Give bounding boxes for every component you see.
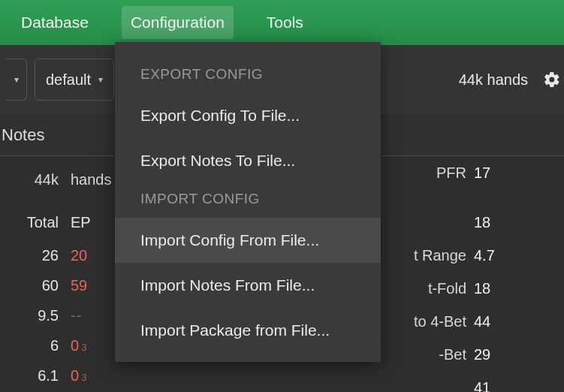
menu-database[interactable]: Database bbox=[12, 6, 98, 39]
menu-export-notes[interactable]: Export Notes To File... bbox=[115, 138, 381, 183]
stat-value: 29 bbox=[474, 346, 504, 363]
stat-value: 18 bbox=[474, 280, 504, 297]
hands-count-value: 44k bbox=[20, 171, 59, 188]
stat-row: t Range 4.7 bbox=[376, 239, 564, 272]
cell-total: 9.5 bbox=[20, 307, 59, 324]
table-row: 9.5 -- bbox=[20, 300, 120, 330]
stat-label: PFR bbox=[376, 164, 474, 182]
cell-ep: 59 bbox=[71, 277, 104, 294]
menu-import-notes[interactable]: Import Notes From File... bbox=[115, 263, 381, 308]
stat-label: t Range bbox=[376, 247, 474, 264]
menu-configuration[interactable]: Configuration bbox=[122, 6, 234, 39]
menu-import-config[interactable]: Import Config From File... bbox=[115, 218, 381, 263]
cell-ep: 20 bbox=[71, 247, 104, 264]
menubar: Database Configuration Tools bbox=[0, 0, 564, 45]
gear-icon[interactable] bbox=[543, 71, 561, 89]
cell-total: 6 bbox=[20, 337, 59, 354]
stat-value: 4.7 bbox=[474, 247, 504, 264]
chevron-down-icon: ▾ bbox=[98, 74, 103, 85]
stat-row: t-Fold 18 bbox=[376, 272, 564, 305]
table-row: 6 03 bbox=[20, 330, 120, 360]
cell-total: 26 bbox=[20, 247, 59, 264]
col-header-ep: EP bbox=[71, 214, 93, 231]
cell-total: 60 bbox=[20, 277, 59, 294]
profile-select-value: default bbox=[46, 71, 91, 89]
chevron-down-icon: ▾ bbox=[14, 74, 19, 85]
toolbar-dropdown-stub[interactable]: ▾ bbox=[6, 59, 27, 101]
menu-tools[interactable]: Tools bbox=[258, 6, 312, 39]
table-row: 60 59 bbox=[20, 270, 120, 300]
table-row: 6.1 03 bbox=[20, 360, 120, 390]
col-header-total: Total bbox=[20, 214, 59, 231]
profile-select[interactable]: default ▾ bbox=[35, 59, 114, 101]
dropdown-section-import: IMPORT CONFIG bbox=[115, 183, 381, 218]
cell-ep: 03 bbox=[71, 367, 104, 384]
right-stats-column: PFR 17 18 t Range 4.7 t-Fold 18 to 4-Bet… bbox=[376, 156, 564, 392]
stat-value: 44 bbox=[474, 313, 504, 330]
stat-row: to 4-Bet 44 bbox=[376, 305, 564, 338]
dropdown-section-export: EXPORT CONFIG bbox=[115, 59, 381, 93]
stat-label: t-Fold bbox=[376, 280, 474, 297]
stat-row: PFR 17 bbox=[376, 156, 564, 189]
stat-value: 18 bbox=[474, 214, 504, 231]
stat-row: -Bet 29 bbox=[376, 338, 564, 371]
menu-import-package[interactable]: Import Package from File... bbox=[115, 308, 381, 353]
stat-label: -Bet bbox=[376, 346, 474, 363]
stat-label: to 4-Bet bbox=[376, 313, 474, 330]
stat-row: 18 bbox=[376, 206, 564, 239]
left-column: 44k hands Total EP 26 20 60 59 9.5 -- 6 … bbox=[0, 171, 120, 390]
stat-row: 41 bbox=[376, 371, 564, 392]
menu-export-config[interactable]: Export Config To File... bbox=[115, 93, 381, 138]
cell-total: 6.1 bbox=[20, 367, 59, 384]
hands-count-label: 44k hands bbox=[459, 71, 528, 89]
stat-value: 17 bbox=[474, 164, 504, 182]
cell-ep: -- bbox=[71, 307, 104, 324]
table-row: 26 20 bbox=[20, 240, 120, 270]
cell-ep: 03 bbox=[71, 337, 104, 354]
stat-value: 41 bbox=[474, 379, 504, 393]
stat-rows-left: 26 20 60 59 9.5 -- 6 03 6.1 03 bbox=[20, 240, 120, 390]
hands-count-unit: hands bbox=[71, 171, 110, 188]
configuration-dropdown: EXPORT CONFIG Export Config To File... E… bbox=[115, 42, 381, 362]
